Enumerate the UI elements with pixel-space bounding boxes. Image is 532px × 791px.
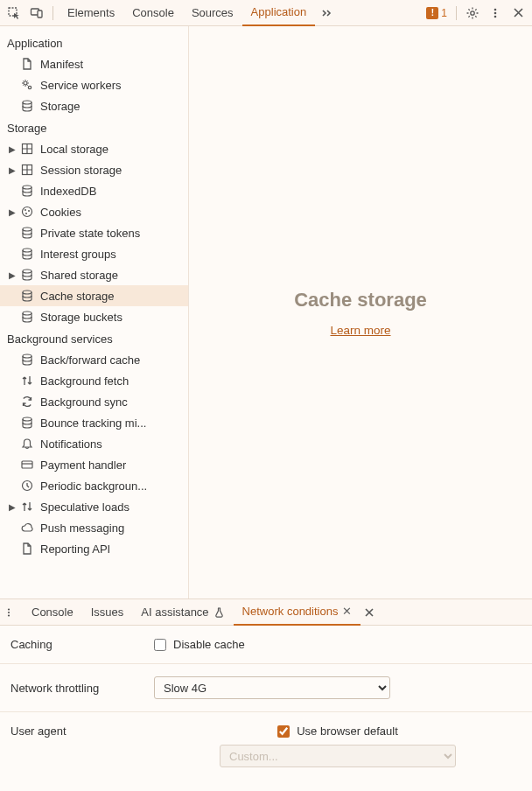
kebab-menu-icon[interactable] <box>485 3 506 24</box>
sidebar-item-label: IndexedDB <box>40 185 96 198</box>
more-tabs-chevrons-icon[interactable] <box>317 3 338 24</box>
issues-counter[interactable]: ! 1 <box>423 7 451 19</box>
sidebar-item-interest-groups[interactable]: ▶Interest groups <box>0 243 188 264</box>
close-drawer-icon[interactable] <box>364 607 374 618</box>
close-devtools-icon[interactable] <box>508 3 528 24</box>
bell-icon <box>19 436 35 452</box>
sidebar-item-bounce-tracking-mi[interactable]: ▶Bounce tracking mi... <box>0 412 188 433</box>
sidebar-item-storage[interactable]: ▶Storage <box>0 95 188 116</box>
drawer-tab-issues[interactable]: Issues <box>82 599 133 626</box>
svg-point-20 <box>23 290 32 294</box>
expand-arrow-icon[interactable]: ▶ <box>7 502 18 512</box>
sidebar-item-label: Interest groups <box>40 248 116 261</box>
db-icon <box>19 288 35 304</box>
sidebar-item-shared-storage[interactable]: ▶Shared storage <box>0 264 188 285</box>
sidebar-item-storage-buckets[interactable]: ▶Storage buckets <box>0 306 188 327</box>
svg-rect-2 <box>38 10 42 18</box>
sidebar-item-label: Session storage <box>40 164 122 177</box>
svg-point-23 <box>23 417 32 421</box>
db-icon <box>19 225 35 241</box>
drawer-tab-console[interactable]: Console <box>23 599 82 626</box>
expand-arrow-icon[interactable]: ▶ <box>7 207 18 217</box>
page-title: Cache storage <box>294 289 427 312</box>
svg-point-7 <box>24 81 27 85</box>
file-icon <box>19 56 35 72</box>
db-icon <box>19 415 35 430</box>
sidebar-section-title: Storage <box>0 116 188 138</box>
sidebar-item-label: Private state tokens <box>40 227 140 240</box>
settings-gear-icon[interactable] <box>462 3 483 24</box>
close-tab-icon[interactable]: ✕ <box>342 605 352 618</box>
sidebar-item-cache-storage[interactable]: ▶Cache storage <box>0 285 188 306</box>
sidebar-item-payment-handler[interactable]: ▶Payment handler <box>0 454 188 475</box>
throttling-select[interactable]: No throttlingSlow 4GFast 4G3GOffline <box>154 676 390 699</box>
disable-cache-control[interactable]: Disable cache <box>154 638 245 651</box>
sidebar-item-push-messaging[interactable]: ▶Push messaging <box>0 517 188 538</box>
sidebar-item-label: Periodic backgroun... <box>40 480 147 493</box>
sidebar-item-reporting-api[interactable]: ▶Reporting API <box>0 538 188 559</box>
updown-icon <box>19 499 35 514</box>
sidebar-item-indexeddb[interactable]: ▶IndexedDB <box>0 180 188 201</box>
ua-default-checkbox[interactable] <box>277 725 290 738</box>
throttling-row: Network throttling No throttlingSlow 4GF… <box>0 664 532 712</box>
svg-point-12 <box>23 186 32 189</box>
sidebar-item-label: Storage <box>40 100 80 113</box>
expand-arrow-icon[interactable]: ▶ <box>7 165 18 175</box>
expand-arrow-icon[interactable]: ▶ <box>7 270 18 280</box>
sidebar-item-label: Push messaging <box>40 522 124 535</box>
inspect-icon[interactable] <box>4 3 24 24</box>
ua-default-control[interactable]: Use browser default <box>277 724 398 738</box>
sidebar-item-local-storage[interactable]: ▶Local storage <box>0 138 188 159</box>
sidebar-item-cookies[interactable]: ▶Cookies <box>0 201 188 222</box>
drawer-tab-network-conditions[interactable]: Network conditions✕ <box>234 599 361 626</box>
svg-point-6 <box>494 15 497 18</box>
grid-icon <box>19 162 35 178</box>
db-icon <box>19 98 35 114</box>
drawer-tab-label: AI assistance <box>141 606 208 619</box>
tab-elements[interactable]: Elements <box>59 0 123 26</box>
sidebar-item-back-forward-cache[interactable]: ▶Back/forward cache <box>0 349 188 370</box>
sidebar-section-title: Background services <box>0 327 188 349</box>
svg-point-9 <box>23 101 32 104</box>
svg-point-13 <box>23 207 32 217</box>
tab-console[interactable]: Console <box>123 0 183 26</box>
sidebar-item-periodic-backgroun[interactable]: ▶Periodic backgroun... <box>0 475 188 496</box>
svg-point-15 <box>28 210 30 212</box>
application-sidebar[interactable]: Application▶Manifest▶Service workers▶Sto… <box>0 26 189 598</box>
disable-cache-checkbox[interactable] <box>154 639 166 651</box>
svg-point-8 <box>28 86 31 88</box>
user-agent-row: User agent Use browser default Custom... <box>0 712 532 780</box>
drawer-kebab-icon[interactable] <box>4 607 21 618</box>
cookie-icon <box>19 204 35 220</box>
user-agent-label: User agent <box>10 724 142 738</box>
svg-point-4 <box>494 8 497 10</box>
sidebar-item-service-workers[interactable]: ▶Service workers <box>0 74 188 95</box>
learn-more-link[interactable]: Learn more <box>330 324 390 337</box>
device-toolbar-icon[interactable] <box>26 3 47 24</box>
sidebar-item-label: Service workers <box>40 79 121 92</box>
sidebar-item-private-state-tokens[interactable]: ▶Private state tokens <box>0 222 188 243</box>
sidebar-item-background-fetch[interactable]: ▶Background fetch <box>0 370 188 391</box>
svg-point-26 <box>8 608 10 610</box>
throttling-label: Network throttling <box>10 682 142 695</box>
drawer-tab-label: Issues <box>91 606 124 619</box>
sidebar-item-notifications[interactable]: ▶Notifications <box>0 433 188 454</box>
sidebar-item-background-sync[interactable]: ▶Background sync <box>0 391 188 412</box>
svg-point-27 <box>8 611 10 612</box>
grid-icon <box>19 141 35 157</box>
sidebar-item-speculative-loads[interactable]: ▶Speculative loads <box>0 496 188 517</box>
drawer-tab-ai-assistance[interactable]: AI assistance <box>132 599 233 626</box>
expand-arrow-icon[interactable]: ▶ <box>7 144 18 154</box>
tab-application[interactable]: Application <box>242 0 316 26</box>
drawer-tabbar: ConsoleIssuesAI assistanceNetwork condit… <box>0 599 532 626</box>
devtools-tabbar: ElementsConsoleSourcesApplication ! 1 <box>0 0 532 26</box>
db-icon <box>19 246 35 262</box>
svg-point-21 <box>23 312 32 315</box>
tab-sources[interactable]: Sources <box>183 0 242 26</box>
sidebar-item-label: Payment handler <box>40 458 126 472</box>
sidebar-item-session-storage[interactable]: ▶Session storage <box>0 159 188 180</box>
sidebar-item-manifest[interactable]: ▶Manifest <box>0 53 188 74</box>
sidebar-item-label: Storage buckets <box>40 311 122 324</box>
sidebar-item-label: Background sync <box>40 396 128 409</box>
caching-label: Caching <box>10 638 142 651</box>
